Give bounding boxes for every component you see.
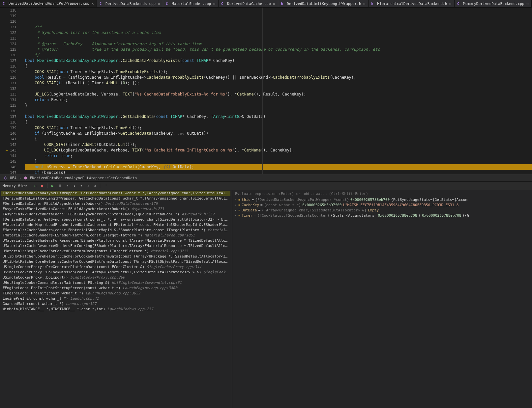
code-line[interactable]: bool Result = (InflightCache && Inflight…	[25, 75, 532, 80]
stack-frame[interactable]: WinMain(HINSTANCE__ *,HINSTANCE__ *,char…	[1, 307, 230, 312]
stack-frame[interactable]: FMaterial::CacheShaders(const FMaterialS…	[1, 228, 230, 233]
memory-view-label[interactable]: Memory View	[3, 184, 27, 188]
editor-tab[interactable]: DerivedDataBackends.cpp×	[97, 0, 163, 7]
close-icon[interactable]: ×	[213, 1, 216, 6]
code-line[interactable]: {	[25, 136, 532, 142]
breadcrumb-sep: ›	[19, 176, 21, 180]
editor-tab[interactable]: MemoryDerivedDataBackend.cpp×	[455, 0, 532, 7]
code-line[interactable]: UE_LOG(LogDerivedDataCache, Verbose, TEX…	[25, 92, 532, 97]
line-number: ➔ 143	[0, 148, 16, 153]
fold-column[interactable]	[19, 8, 25, 174]
close-icon[interactable]: ×	[91, 1, 94, 6]
code-line[interactable]	[25, 108, 532, 114]
breadcrumb[interactable]: ⬡ UE4 › ⬢ FDerivedDataBackendAsyncPutWra…	[0, 174, 532, 182]
close-icon[interactable]: ×	[526, 1, 529, 6]
stack-frame[interactable]: FEngineLoop::PreInit(const wchar_t *) La…	[1, 291, 230, 296]
variables-panel[interactable]: Evaluate expression (Enter) or add a wat…	[232, 190, 532, 408]
stack-frame[interactable]: UMaterial::CacheResourceShadersForCookin…	[1, 243, 230, 249]
stack-frame[interactable]: UHotSingleCookerCommandlet::Main(const F…	[1, 280, 230, 286]
code-line[interactable]: return true;	[25, 153, 532, 159]
code-line[interactable]: if (bSuccess)	[25, 170, 532, 174]
tab-label: HierarchicalDerivedDataBackend.h	[377, 2, 447, 6]
code-line[interactable]: *	[25, 36, 532, 41]
close-icon[interactable]: ×	[273, 1, 276, 6]
pause-button[interactable]: ⏸	[58, 183, 63, 189]
editor-tab[interactable]: MaterialShader.cpp×	[163, 0, 219, 7]
code-line[interactable]: if (InflightCache && InflightCache->GetC…	[25, 131, 532, 136]
editor-tab[interactable]: DerivedDataBackendAsyncPutWrapper.cpp×	[0, 0, 97, 7]
code-line[interactable]: UE_LOG(LogDerivedDataCache, Verbose, TEX…	[25, 148, 532, 153]
rerun-button[interactable]: ↻	[34, 183, 37, 189]
step-into-button[interactable]: ↓	[73, 183, 76, 189]
stack-frame[interactable]: GuardedMain(const wchar_t *) Launch.cpp:…	[1, 301, 230, 307]
code-line[interactable]: COOK_STAT(auto Timer = UsageStats.TimePr…	[25, 69, 532, 75]
stack-frame[interactable]: USingleCookerProxy::DoExport() SingleCoo…	[1, 275, 230, 280]
expand-icon[interactable]: ›	[234, 208, 237, 213]
resume-button[interactable]: ▶	[51, 183, 54, 189]
stack-frame[interactable]: EnginePreInit(const wchar_t *) Launch.cp…	[1, 296, 230, 301]
stack-frame[interactable]: FDerivedDataBackendAsyncPutWrapper::GetC…	[1, 191, 230, 196]
variable-row[interactable]: ›≡ Timer = {FCookStats::FScopedStatsCoun…	[232, 213, 532, 218]
stack-frame[interactable]: UMaterial::CacheShadersForResources(ESha…	[1, 238, 230, 243]
code-line[interactable]: COOK_STAT(if (Result) { Timer.AddHit(0);…	[25, 80, 532, 86]
expand-icon[interactable]: ›	[234, 213, 237, 218]
editor-tab[interactable]: HierarchicalDerivedDataBackend.h×	[369, 0, 455, 7]
code-area[interactable]: /** * Synchronous test for the existence…	[25, 8, 532, 174]
header-file-icon	[281, 2, 285, 6]
callstack-panel[interactable]: FDerivedDataBackendAsyncPutWrapper::GetC…	[0, 190, 232, 408]
more-button[interactable]: ⋮	[103, 183, 108, 189]
variable-row[interactable]: ›≡ this = {FDerivedDataBackendAsyncPutWr…	[232, 197, 532, 203]
code-line[interactable]: /**	[25, 24, 532, 30]
expand-icon[interactable]: ›	[234, 197, 237, 203]
code-line[interactable]: return Result;	[25, 97, 532, 103]
stack-frame[interactable]: FDerivedDataCache::GetSynchronous(const …	[1, 217, 230, 222]
close-icon[interactable]: ×	[158, 1, 160, 6]
code-line[interactable]: }	[25, 159, 532, 164]
code-line[interactable]: {	[25, 120, 532, 125]
evaluate-button[interactable]: ⊘	[93, 183, 97, 189]
close-icon[interactable]: ×	[363, 1, 366, 6]
code-line[interactable]: * Synchronous test for the existence of …	[25, 30, 532, 36]
step-over-button[interactable]: ↷	[66, 183, 70, 189]
editor-tab[interactable]: DerivedDataLimitKeyLengthWrapper.h×	[278, 0, 369, 7]
stack-frame[interactable]: FMaterialShaderMap::LoadFromDerivedDataC…	[1, 222, 230, 228]
code-line[interactable]: COOK_STAT(Timer.AddHit(OutData.Num()));	[25, 142, 532, 148]
watch-input-hint[interactable]: Evaluate expression (Enter) or add a wat…	[232, 191, 532, 197]
variable-row[interactable]: ›≡ OutData = {TArray<unsigned char,TSize…	[232, 208, 532, 213]
run-to-cursor-button[interactable]: ⇥	[86, 183, 90, 189]
code-line[interactable]: bool FDerivedDataBackendAsyncPutWrapper:…	[25, 58, 532, 64]
project-icon: ⬡	[4, 176, 7, 180]
stack-frame[interactable]: USingleCookerProxy::PreGeneratePlatformD…	[1, 264, 230, 270]
stack-frame[interactable]: FDerivedDataCache::FBuildAsyncWorker::Do…	[1, 201, 230, 206]
variable-icon: ≡	[238, 203, 240, 208]
breadcrumb-function[interactable]: FDerivedDataBackendAsyncPutWrapper::GetC…	[30, 176, 137, 180]
code-line[interactable]: */	[25, 52, 532, 58]
stack-frame[interactable]: FAsyncTask<FDerivedDataCache::FBuildAsyn…	[1, 206, 230, 212]
stack-frame[interactable]: UFlibHotPatcherCoreHelper::CacheForCooke…	[1, 254, 230, 259]
code-line[interactable]: COOK_STAT(auto Timer = UsageStats.TimeGe…	[25, 125, 532, 131]
code-line[interactable]: bool bSuccess = InnerBackend->GetCachedD…	[25, 164, 532, 170]
code-line[interactable]: {	[25, 64, 532, 69]
close-icon[interactable]: ×	[449, 1, 452, 6]
variable-row[interactable]: ›≡ CacheKey = {const wchar_t *} 0x000002…	[232, 203, 532, 208]
code-line[interactable]: bool FDerivedDataBackendAsyncPutWrapper:…	[25, 114, 532, 120]
stack-frame[interactable]: FMaterial::CacheShaders(EShaderPlatform,…	[1, 233, 230, 238]
code-line[interactable]: * @param CacheKey Alphanumeric+underscor…	[25, 41, 532, 47]
stack-frame[interactable]: USingleCookerProxy::DoCookMission(const …	[1, 270, 230, 275]
step-out-button[interactable]: ↑	[79, 183, 83, 189]
stack-frame[interactable]: UFlibHotPatcherCoreHelper::CacheForCooke…	[1, 259, 230, 264]
code-editor[interactable]: 1181191201211221231241251261271281291301…	[0, 8, 532, 174]
expand-icon[interactable]: ›	[234, 203, 237, 208]
code-line[interactable]	[25, 86, 532, 92]
stack-frame[interactable]: UMaterial::BeginCacheForCookedPlatformDa…	[1, 249, 230, 254]
line-number: 123	[0, 36, 16, 41]
debug-toolbar: Memory View ↻ ■ ▶ ⏸ ↷ ↓ ↑ ⇥ ⊘ ⋮	[0, 182, 532, 190]
stack-frame[interactable]: FDerivedDataLimitKeyLengthWrapper::GetCa…	[1, 196, 230, 201]
stop-button[interactable]: ■	[40, 183, 44, 189]
code-line[interactable]: }	[25, 103, 532, 108]
breadcrumb-project[interactable]: UE4	[10, 176, 16, 180]
editor-tab[interactable]: DerivedDataCache.cpp×	[219, 0, 278, 7]
stack-frame[interactable]: FAsyncTask<FDerivedDataCache::FBuildAsyn…	[1, 212, 230, 217]
code-line[interactable]: * @return true if the data probably will…	[25, 47, 532, 52]
stack-frame[interactable]: FEngineLoop::PreInitPostStartupScreen(co…	[1, 286, 230, 291]
